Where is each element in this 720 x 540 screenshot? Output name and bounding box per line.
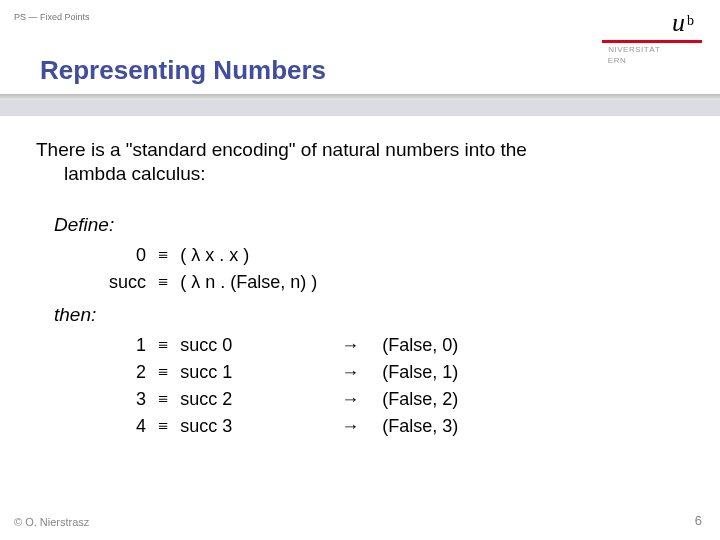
equiv-icon: ≡ <box>152 269 174 296</box>
row-mid: succ 3 <box>174 413 324 440</box>
row-lhs: 4 <box>98 413 152 440</box>
title-band: Representing Numbers <box>0 46 608 94</box>
row-result: (False, 2) <box>376 386 464 413</box>
def-rhs: ( λ n . (False, n) ) <box>174 269 324 296</box>
arrow-icon: → <box>324 359 376 386</box>
row-mid: succ 1 <box>174 359 324 386</box>
university-logo: ub UNIVERSITÄT BERN <box>602 8 702 65</box>
definitions-table: 0 ≡ ( λ x . x ) succ ≡ ( λ n . (False, n… <box>98 242 388 296</box>
table-row: 3 ≡ succ 2 → (False, 2) <box>98 386 464 413</box>
gray-strip <box>0 100 720 116</box>
row-lhs: 3 <box>98 386 152 413</box>
def-lhs: 0 <box>98 242 152 269</box>
table-row: succ ≡ ( λ n . (False, n) ) <box>98 269 388 296</box>
table-row: 2 ≡ succ 1 → (False, 1) <box>98 359 464 386</box>
logo-b: b <box>687 13 694 28</box>
table-row: 0 ≡ ( λ x . x ) <box>98 242 388 269</box>
row-lhs: 2 <box>98 359 152 386</box>
logo-red-bar <box>602 40 702 43</box>
def-rhs: ( λ x . x ) <box>174 242 324 269</box>
content-area: There is a "standard encoding" of natura… <box>36 138 684 440</box>
row-result: (False, 1) <box>376 359 464 386</box>
row-mid: succ 0 <box>174 332 324 359</box>
logo-text-1: UNIVERSITÄT <box>602 45 702 54</box>
equiv-icon: ≡ <box>152 359 174 386</box>
intro-line2: lambda calculus: <box>36 163 206 184</box>
arrow-icon: → <box>324 332 376 359</box>
equiv-icon: ≡ <box>152 386 174 413</box>
results-table: 1 ≡ succ 0 → (False, 0) 2 ≡ succ 1 → (Fa… <box>98 332 464 440</box>
logo-letters: ub <box>602 8 702 38</box>
footer-copyright: © O. Nierstrasz <box>14 516 89 528</box>
arrow-icon: → <box>324 386 376 413</box>
equiv-icon: ≡ <box>152 413 174 440</box>
page-number: 6 <box>695 513 702 528</box>
table-row: 1 ≡ succ 0 → (False, 0) <box>98 332 464 359</box>
row-mid: succ 2 <box>174 386 324 413</box>
def-lhs: succ <box>98 269 152 296</box>
equiv-icon: ≡ <box>152 332 174 359</box>
arrow-icon: → <box>324 413 376 440</box>
course-label: PS — Fixed Points <box>14 12 90 22</box>
intro-line1: There is a "standard encoding" of natura… <box>36 139 527 160</box>
define-label: Define: <box>54 214 684 236</box>
intro-text: There is a "standard encoding" of natura… <box>36 138 684 186</box>
logo-u: u <box>672 8 685 37</box>
table-row: 4 ≡ succ 3 → (False, 3) <box>98 413 464 440</box>
equiv-icon: ≡ <box>152 242 174 269</box>
row-lhs: 1 <box>98 332 152 359</box>
row-result: (False, 3) <box>376 413 464 440</box>
page-title: Representing Numbers <box>40 55 326 86</box>
logo-text-2: BERN <box>602 56 702 65</box>
then-label: then: <box>54 304 684 326</box>
row-result: (False, 0) <box>376 332 464 359</box>
